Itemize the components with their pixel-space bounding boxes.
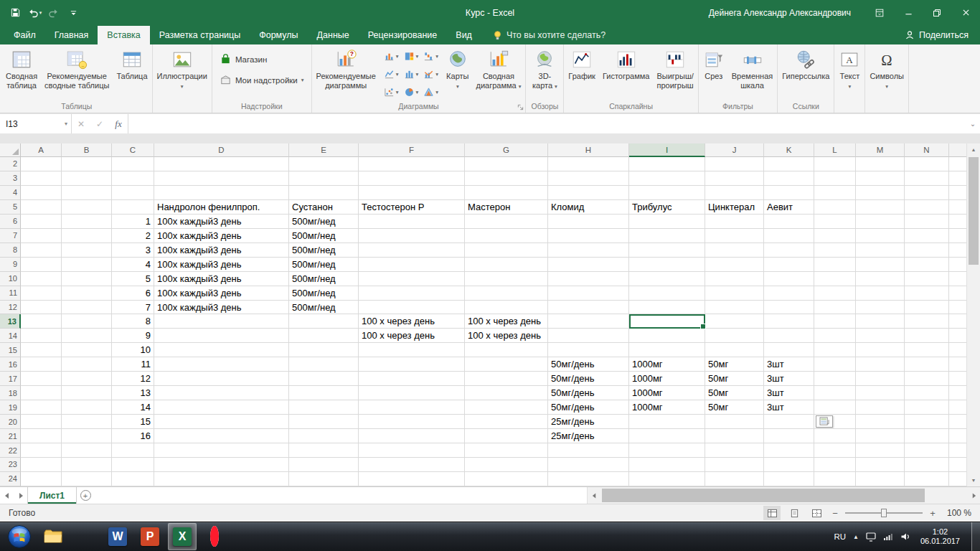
cell-J7[interactable] bbox=[705, 229, 764, 243]
cell-J11[interactable] bbox=[705, 286, 764, 301]
cell-H13[interactable] bbox=[548, 314, 629, 329]
cell-N11[interactable] bbox=[905, 286, 949, 301]
cell-E11[interactable]: 500мг/нед bbox=[289, 286, 359, 301]
column-header-N[interactable]: N bbox=[905, 143, 949, 157]
share-button[interactable]: Поделиться bbox=[905, 26, 980, 44]
cell-J18[interactable]: 50мг bbox=[705, 386, 764, 400]
cell-L17[interactable] bbox=[814, 372, 856, 386]
cell-M11[interactable] bbox=[856, 286, 905, 301]
zoom-out-button[interactable]: − bbox=[830, 508, 840, 519]
cell-I21[interactable] bbox=[629, 429, 705, 443]
cell-I3[interactable] bbox=[629, 171, 705, 186]
cell-J16[interactable]: 50мг bbox=[705, 357, 764, 372]
page-break-view-button[interactable] bbox=[808, 506, 825, 520]
cell-K8[interactable] bbox=[764, 243, 814, 258]
cell-K21[interactable] bbox=[764, 429, 814, 443]
taskbar-word-button[interactable]: W bbox=[103, 523, 132, 550]
paste-options-button[interactable] bbox=[816, 415, 833, 428]
row-header-20[interactable]: 20 bbox=[0, 415, 21, 429]
cell-A6[interactable] bbox=[21, 215, 62, 229]
cell-C14[interactable]: 9 bbox=[112, 329, 154, 343]
cell-G17[interactable] bbox=[465, 372, 548, 386]
symbols-button[interactable]: ΩСимволы▾ bbox=[866, 45, 908, 101]
cell-M9[interactable] bbox=[856, 258, 905, 272]
cell-B9[interactable] bbox=[62, 258, 112, 272]
waterfall-chart-button[interactable]: ▾ bbox=[421, 47, 440, 65]
cell-N16[interactable] bbox=[905, 357, 949, 372]
cell-L18[interactable] bbox=[814, 386, 856, 400]
cell-N10[interactable] bbox=[905, 272, 949, 286]
cell-I2[interactable] bbox=[629, 157, 705, 171]
row-header-18[interactable]: 18 bbox=[0, 386, 21, 400]
cell-C18[interactable]: 13 bbox=[112, 386, 154, 400]
cell-D8[interactable]: 100x каждый3 день bbox=[154, 243, 289, 258]
cell-D15[interactable] bbox=[154, 343, 289, 357]
cell-N22[interactable] bbox=[905, 443, 949, 458]
cell-D2[interactable] bbox=[154, 157, 289, 171]
cell-L19[interactable] bbox=[814, 400, 856, 415]
dialog-launcher-icon[interactable] bbox=[517, 104, 524, 110]
cell-L9[interactable] bbox=[814, 258, 856, 272]
cell-N21[interactable] bbox=[905, 429, 949, 443]
column-header-G[interactable]: G bbox=[465, 143, 548, 157]
row-header-19[interactable]: 19 bbox=[0, 400, 21, 415]
cell-E8[interactable]: 500мг/нед bbox=[289, 243, 359, 258]
cell-C19[interactable]: 14 bbox=[112, 400, 154, 415]
scroll-right-icon[interactable] bbox=[967, 487, 980, 504]
cell-B24[interactable] bbox=[62, 472, 112, 486]
cell-G24[interactable] bbox=[465, 472, 548, 486]
cell-D6[interactable]: 100x каждый3 день bbox=[154, 215, 289, 229]
row-header-17[interactable]: 17 bbox=[0, 372, 21, 386]
cell-F18[interactable] bbox=[359, 386, 465, 400]
column-header-A[interactable]: A bbox=[21, 143, 62, 157]
pivot-chart-button[interactable]: Своднаядиаграмма ▾ bbox=[472, 45, 524, 101]
cell-E4[interactable] bbox=[289, 186, 359, 200]
cell-H19[interactable]: 50мг/день bbox=[548, 400, 629, 415]
cell-J2[interactable] bbox=[705, 157, 764, 171]
cell-H12[interactable] bbox=[548, 301, 629, 315]
cell-E14[interactable] bbox=[289, 329, 359, 343]
scatter-chart-button[interactable]: ▾ bbox=[382, 83, 401, 101]
cell-C13[interactable]: 8 bbox=[112, 314, 154, 329]
row-header-24[interactable]: 24 bbox=[0, 472, 21, 486]
cell-L21[interactable] bbox=[814, 429, 856, 443]
cell-B4[interactable] bbox=[62, 186, 112, 200]
hierarchy-chart-button[interactable]: ▾ bbox=[402, 47, 421, 65]
cell-K4[interactable] bbox=[764, 186, 814, 200]
vertical-scroll-track[interactable] bbox=[967, 156, 980, 474]
cell-F2[interactable] bbox=[359, 157, 465, 171]
cell-F24[interactable] bbox=[359, 472, 465, 486]
cell-L10[interactable] bbox=[814, 272, 856, 286]
cell-F5[interactable]: Тестостерон Р bbox=[359, 200, 465, 215]
cell-G19[interactable] bbox=[465, 400, 548, 415]
cell-I18[interactable]: 1000мг bbox=[629, 386, 705, 400]
cell-A9[interactable] bbox=[21, 258, 62, 272]
cell-B23[interactable] bbox=[62, 458, 112, 472]
cell-C11[interactable]: 6 bbox=[112, 286, 154, 301]
ribbon-tab-data[interactable]: Данные bbox=[308, 26, 359, 44]
cell-A17[interactable] bbox=[21, 372, 62, 386]
cell-G6[interactable] bbox=[465, 215, 548, 229]
cell-D13[interactable] bbox=[154, 314, 289, 329]
cell-F4[interactable] bbox=[359, 186, 465, 200]
cell-F22[interactable] bbox=[359, 443, 465, 458]
cell-E23[interactable] bbox=[289, 458, 359, 472]
cell-K10[interactable] bbox=[764, 272, 814, 286]
cell-J8[interactable] bbox=[705, 243, 764, 258]
cell-C10[interactable]: 5 bbox=[112, 272, 154, 286]
cell-C3[interactable] bbox=[112, 171, 154, 186]
cell-L11[interactable] bbox=[814, 286, 856, 301]
insert-function-button[interactable]: fx bbox=[109, 118, 128, 130]
cell-N24[interactable] bbox=[905, 472, 949, 486]
enter-formula-button[interactable]: ✓ bbox=[90, 119, 109, 129]
row-header-8[interactable]: 8 bbox=[0, 243, 21, 258]
cell-I19[interactable]: 1000мг bbox=[629, 400, 705, 415]
text-box-button[interactable]: АТекст▾ bbox=[835, 45, 864, 101]
cell-K16[interactable]: 3шт bbox=[764, 357, 814, 372]
cell-K15[interactable] bbox=[764, 343, 814, 357]
cell-A24[interactable] bbox=[21, 472, 62, 486]
cell-N14[interactable] bbox=[905, 329, 949, 343]
cell-F7[interactable] bbox=[359, 229, 465, 243]
row-header-15[interactable]: 15 bbox=[0, 343, 21, 357]
cell-C2[interactable] bbox=[112, 157, 154, 171]
